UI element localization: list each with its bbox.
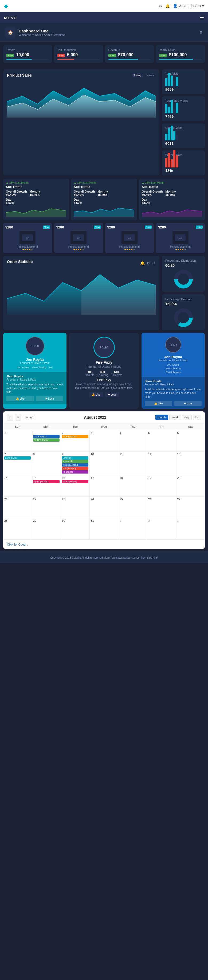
cal-event-230meeting[interactable]: 2:30p Meeting bbox=[62, 463, 88, 466]
cal-date: 26 bbox=[148, 498, 175, 501]
cal-view-week[interactable]: week bbox=[169, 415, 181, 420]
pie-value-1: 150/54 bbox=[165, 302, 202, 306]
traffic-day-label-0: Day bbox=[6, 198, 14, 201]
cal-next-button[interactable]: › bbox=[15, 414, 21, 420]
product-sales-container: Product Sales Today Week bbox=[3, 69, 205, 175]
cal-cell-31prev[interactable]: 31 bbox=[3, 430, 32, 452]
traffic-title-2: Site Traffic bbox=[142, 185, 202, 189]
cal-event-allday[interactable]: All Day Event bbox=[33, 438, 60, 442]
cal-event-lunch[interactable]: 1p Lunch bbox=[62, 460, 88, 463]
user-menu[interactable]: 👤 Advanda Cro ▾ bbox=[173, 4, 204, 8]
cal-cell-9[interactable]: 9 Meeting 1p Lunch 2:30p Meeting 5:30p H… bbox=[61, 452, 90, 475]
cal-event-repeating-16[interactable]: 4p Repeating bbox=[62, 480, 88, 483]
cal-event-longevent[interactable]: Long Event bbox=[4, 457, 31, 460]
top-bar-icons: ✉ 🔔 👤 Advanda Cro ▾ bbox=[159, 4, 204, 8]
cal-event-530happy[interactable]: 5:30p Happy bbox=[62, 467, 88, 470]
cal-view-day[interactable]: day bbox=[182, 415, 192, 420]
metric-bar bbox=[165, 78, 167, 86]
cal-event-meeting[interactable]: Meeting bbox=[62, 457, 88, 460]
cal-more-link[interactable]: Click for Goog... bbox=[7, 543, 28, 546]
cal-day-mon: Mon bbox=[32, 423, 61, 430]
cal-cell-21[interactable]: 21 bbox=[3, 496, 32, 518]
profile-card-top-teal: 90x90 Jon Royita Founder of Uttara It Pa… bbox=[3, 333, 66, 372]
cal-date: 3 bbox=[91, 431, 117, 434]
cal-cell-29[interactable]: 29 bbox=[32, 518, 61, 539]
traffic-stats-1: Overall Growth 80.40% Monthy 15.40% bbox=[74, 190, 134, 196]
hamburger-icon[interactable]: ☰ bbox=[200, 15, 204, 21]
traffic-overall-val-2: 80.40% bbox=[142, 193, 163, 196]
cal-cell-7[interactable]: 7 Long Event bbox=[3, 452, 32, 475]
toggle-today[interactable]: Today bbox=[132, 73, 143, 77]
cal-cell-18[interactable]: 18 bbox=[118, 475, 147, 496]
cal-cell-23[interactable]: 23 bbox=[61, 496, 90, 518]
order-stat-main: Order Statistic 🔔 ↺ ⚙ bbox=[3, 256, 159, 330]
cal-date: 24 bbox=[91, 498, 117, 501]
cal-cell-17[interactable]: 17 bbox=[90, 475, 118, 496]
order-refresh-icon[interactable]: ↺ bbox=[147, 261, 150, 265]
cal-cell-28[interactable]: 28 bbox=[3, 518, 32, 539]
cal-cell-27[interactable]: 27 bbox=[176, 496, 205, 518]
product-price-0: $280 bbox=[5, 225, 13, 229]
email-icon[interactable]: ✉ bbox=[159, 4, 162, 8]
cal-prev-button[interactable]: ‹ bbox=[7, 414, 13, 420]
cal-cell-11[interactable]: 11 bbox=[118, 452, 147, 475]
cal-event-repeating-15[interactable]: 4p Repeating bbox=[33, 480, 60, 483]
share-icon[interactable]: ⬆ bbox=[199, 30, 203, 35]
cal-event-dinner[interactable]: 7p Dinner bbox=[62, 470, 88, 474]
product-cards-row: $280 Now IMG Princes Diamond ★★★★☆ $280 … bbox=[0, 223, 208, 256]
cal-cell-16[interactable]: 16 4p Repeating bbox=[61, 475, 90, 496]
toggle-week[interactable]: Week bbox=[145, 73, 156, 77]
cal-cell-22[interactable]: 22 bbox=[32, 496, 61, 518]
cal-event-conference[interactable]: Conference bbox=[33, 435, 60, 438]
cal-view-list[interactable]: list bbox=[193, 415, 201, 420]
profile-avatar-blue: 76x76 bbox=[165, 337, 181, 353]
cal-cell-24[interactable]: 24 bbox=[90, 496, 118, 518]
cal-cell-2[interactable]: 2 7a Birthday P bbox=[61, 430, 90, 452]
cal-cell-13[interactable]: 13 bbox=[176, 452, 205, 475]
cal-cell-19[interactable]: 19 bbox=[147, 475, 176, 496]
cal-cell-20[interactable]: 20 bbox=[176, 475, 205, 496]
cal-cell-15[interactable]: 15 4p Repeating bbox=[32, 475, 61, 496]
cal-cell-12[interactable]: 12 bbox=[147, 452, 176, 475]
cal-cell-6[interactable]: 6 bbox=[176, 430, 205, 452]
cal-date: 29 bbox=[33, 519, 60, 522]
center-like-button[interactable]: 👍 Like bbox=[89, 392, 103, 397]
cal-cell-3[interactable]: 3 bbox=[90, 430, 118, 452]
love-button-teal[interactable]: ❤ Love bbox=[36, 396, 63, 401]
center-love-button[interactable]: ❤ Love bbox=[105, 392, 119, 397]
order-bell-icon[interactable]: 🔔 bbox=[140, 261, 145, 265]
cal-cell-25[interactable]: 25 bbox=[118, 496, 147, 518]
cal-date: 2 bbox=[62, 431, 88, 434]
like-button-teal[interactable]: 👍 Like bbox=[6, 396, 34, 401]
love-button-blue[interactable]: ❤ Love bbox=[174, 401, 202, 406]
product-price-1: $280 bbox=[56, 225, 64, 229]
cal-cell-3next[interactable]: 3 bbox=[176, 518, 205, 539]
stat-bar-tax bbox=[57, 59, 100, 60]
cal-cell-31[interactable]: 31 bbox=[90, 518, 118, 539]
metric-bar bbox=[171, 126, 173, 140]
bell-icon[interactable]: 🔔 bbox=[165, 4, 170, 8]
product-card-3: $280 Now IMG Princes Diamond ★★★★☆ bbox=[156, 223, 205, 253]
product-sales-sidebar: Total Visit 8659 Total Page Views bbox=[162, 69, 205, 175]
cal-cell-5[interactable]: 5 bbox=[147, 430, 176, 452]
traffic-stats-0: Overall Growth 80.40% Monthy 15.40% bbox=[6, 190, 66, 196]
order-gear-icon[interactable]: ⚙ bbox=[152, 261, 156, 265]
cal-today-button[interactable]: today bbox=[23, 415, 35, 420]
traffic-monthly-val-1: 15.40% bbox=[98, 193, 108, 196]
cal-cell-8[interactable]: 8 bbox=[32, 452, 61, 475]
product-price-2: $280 bbox=[107, 225, 115, 229]
cal-cell-1next[interactable]: 1 bbox=[118, 518, 147, 539]
cal-cell-1[interactable]: 1 Conference All Day Event bbox=[32, 430, 61, 452]
cal-cell-26[interactable]: 26 bbox=[147, 496, 176, 518]
cal-day-sun: Sun bbox=[3, 423, 32, 430]
cal-cell-2next[interactable]: 2 bbox=[147, 518, 176, 539]
cal-date: 14 bbox=[4, 476, 31, 479]
cal-event-birthday[interactable]: 7a Birthday P bbox=[62, 435, 88, 438]
cal-view-month[interactable]: month bbox=[155, 415, 169, 420]
cal-cell-14[interactable]: 14 bbox=[3, 475, 32, 496]
cal-date: 31 bbox=[4, 431, 31, 434]
cal-cell-30[interactable]: 30 bbox=[61, 518, 90, 539]
cal-cell-4[interactable]: 4 bbox=[118, 430, 147, 452]
like-button-blue[interactable]: 👍 Like bbox=[145, 401, 172, 406]
cal-cell-10[interactable]: 10 bbox=[90, 452, 118, 475]
